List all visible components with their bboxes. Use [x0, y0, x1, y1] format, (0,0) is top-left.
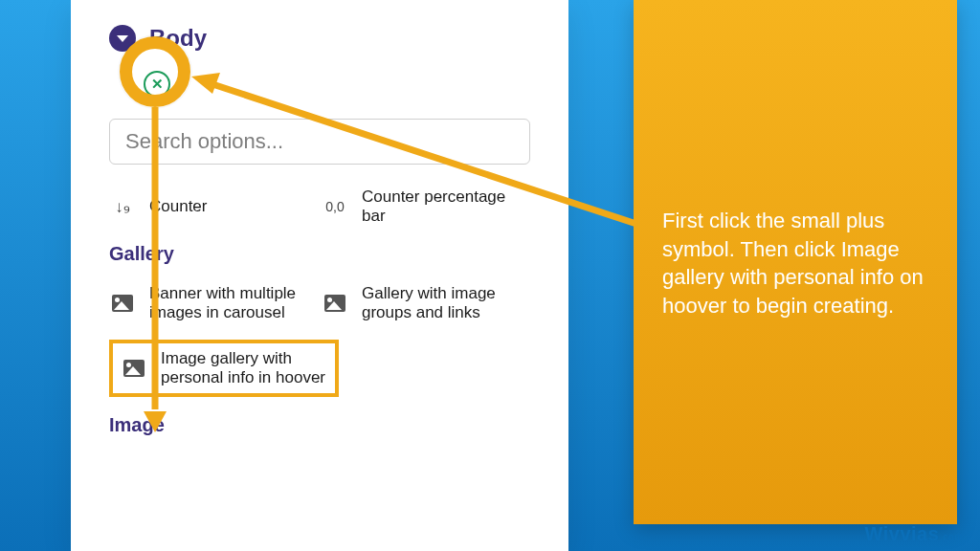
options-panel: Body ✕ ↓₉ Counter 0,0 Counter percentage…: [71, 0, 568, 551]
image-icon: [121, 360, 147, 377]
close-row: ✕: [144, 71, 551, 98]
options-list[interactable]: ↓₉ Counter 0,0 Counter percentage bar Ga…: [109, 187, 534, 532]
section-heading-image: Image: [109, 414, 524, 436]
watermark-tld: .com: [940, 532, 963, 542]
option-gallery-groups[interactable]: Gallery with image groups and links: [362, 284, 524, 322]
watermark: Wivvias.com: [865, 523, 963, 545]
chevron-down-icon[interactable]: [109, 25, 136, 52]
image-icon: [109, 295, 136, 312]
list-row: ↓₉ Counter 0,0 Counter percentage bar: [109, 187, 524, 226]
highlighted-option[interactable]: Image gallery with personal info in hoov…: [109, 340, 339, 397]
option-counter[interactable]: Counter: [149, 197, 312, 216]
search-wrapper: [109, 119, 530, 165]
option-counter-percentage[interactable]: Counter percentage bar: [362, 187, 524, 226]
search-input[interactable]: [109, 119, 530, 165]
list-row: Banner with multiple images in carousel …: [109, 284, 524, 322]
section-heading-gallery: Gallery: [109, 243, 524, 265]
option-image-gallery-hover: Image gallery with personal info in hoov…: [161, 349, 327, 387]
close-icon[interactable]: ✕: [144, 71, 170, 98]
body-header[interactable]: Body: [109, 25, 551, 52]
instruction-box: First click the small plus symbol. Then …: [634, 0, 957, 524]
sort-icon: ↓₉: [109, 197, 136, 217]
instruction-text: First click the small plus symbol. Then …: [662, 207, 930, 320]
option-banner-carousel[interactable]: Banner with multiple images in carousel: [149, 284, 312, 322]
watermark-brand: Wivvias: [865, 523, 940, 544]
body-title: Body: [149, 25, 207, 52]
image-icon: [322, 295, 348, 312]
percentage-icon: 0,0: [322, 199, 348, 214]
